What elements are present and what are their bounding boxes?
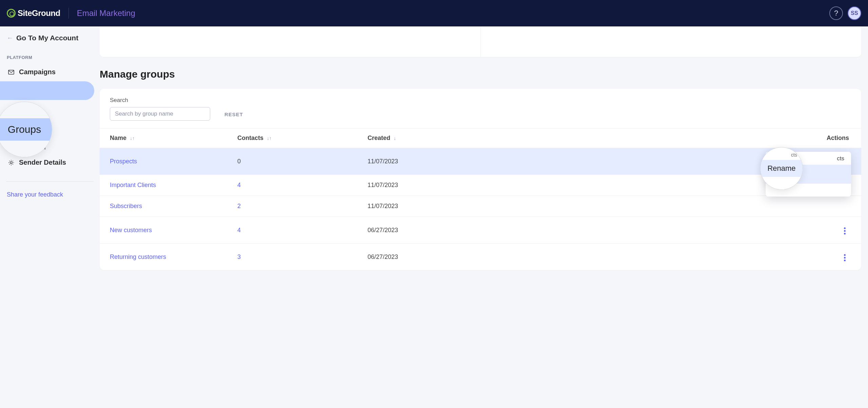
top-card-right <box>480 26 862 57</box>
product-name: Email Marketing <box>77 8 135 18</box>
group-name-link[interactable]: Returning customers <box>110 253 237 261</box>
created-date: 11/07/2023 <box>368 182 483 189</box>
column-header-contacts[interactable]: Contacts ↓↑ <box>237 135 368 142</box>
sidebar: ← Go To My Account PLATFORM Campaigns Gr… <box>0 26 100 408</box>
sidebar-item-sender-details[interactable]: Sender Details <box>0 153 94 172</box>
brand-logo[interactable]: SiteGround <box>7 8 60 18</box>
created-date: 06/27/2023 <box>368 227 483 234</box>
contacts-count[interactable]: 4 <box>237 227 368 234</box>
sidebar-item-analytics[interactable]: Analytics <box>0 117 94 135</box>
envelope-icon <box>8 69 14 75</box>
groups-panel: Search RESET Name ↓↑ Contacts ↓↑ <box>100 89 861 270</box>
table-row: Important Clients411/07/2023 <box>100 175 861 196</box>
main-content: Manage groups Search RESET Name ↓↑ Conta… <box>100 26 868 408</box>
avatar-initials: SS <box>851 10 858 16</box>
group-name-link[interactable]: New customers <box>110 227 237 234</box>
chart-icon <box>8 123 14 129</box>
top-header: SiteGround Email Marketing ? SS <box>0 0 868 26</box>
group-name-link[interactable]: Important Clients <box>110 182 237 189</box>
contacts-count: 0 <box>237 158 368 165</box>
section-label-platform: PLATFORM <box>0 52 100 63</box>
svg-rect-0 <box>8 70 14 74</box>
sidebar-item-label: Campaigns <box>19 68 56 76</box>
sort-icon: ↓↑ <box>130 136 135 141</box>
sidebar-item-label: Sender Details <box>19 159 66 166</box>
contacts-count[interactable]: 2 <box>237 203 368 210</box>
table-row: Subscribers211/07/2023 <box>100 196 861 217</box>
contacts-count[interactable]: 4 <box>237 182 368 189</box>
page-title: Manage groups <box>100 57 868 89</box>
table-row: New customers406/27/2023 <box>100 217 861 243</box>
header-left: SiteGround Email Marketing <box>7 8 135 19</box>
created-date: 11/07/2023 <box>368 203 483 210</box>
sidebar-divider <box>6 181 94 182</box>
row-context-menu: cts Rename <box>766 152 851 197</box>
row-actions-cell <box>483 224 851 237</box>
section-label-config: CONFIGURATION <box>0 143 100 153</box>
sidebar-item-groups[interactable]: Groups <box>0 81 94 100</box>
sidebar-item-label: Analytics <box>19 122 49 130</box>
menu-item-rename[interactable]: Rename <box>766 165 851 184</box>
search-label: Search <box>110 97 210 104</box>
menu-item-partial[interactable]: cts <box>766 152 851 165</box>
sidebar-item-label: P Site <box>20 105 36 111</box>
top-cards-strip <box>100 26 861 57</box>
created-date: 06/27/2023 <box>368 253 483 261</box>
sidebar-item-psite[interactable]: P Site <box>0 100 100 117</box>
search-input[interactable] <box>110 107 210 121</box>
avatar[interactable]: SS <box>848 6 861 20</box>
gear-icon <box>8 160 14 166</box>
logo-mark-icon <box>7 9 16 18</box>
kebab-icon[interactable] <box>841 252 849 263</box>
back-to-account-link[interactable]: ← Go To My Account <box>0 33 100 52</box>
top-card-left <box>100 26 480 57</box>
groups-table: Name ↓↑ Contacts ↓↑ Created ↓ Actions <box>100 128 861 270</box>
search-row: Search RESET <box>100 97 861 128</box>
group-name-link[interactable]: Subscribers <box>110 203 237 210</box>
contacts-count[interactable]: 3 <box>237 253 368 261</box>
svg-point-2 <box>10 162 12 164</box>
sort-icon: ↓ <box>394 136 396 141</box>
row-actions-cell <box>483 250 851 263</box>
help-button[interactable]: ? <box>829 6 843 20</box>
created-date: 11/07/2023 <box>368 158 483 165</box>
table-row: Prospects011/07/2023 <box>100 148 861 175</box>
back-label: Go To My Account <box>16 34 78 42</box>
column-header-name[interactable]: Name ↓↑ <box>110 135 237 142</box>
kebab-icon[interactable] <box>841 225 849 237</box>
feedback-link[interactable]: Share your feedback <box>0 191 100 198</box>
header-right: ? SS <box>829 6 861 20</box>
table-header-row: Name ↓↑ Contacts ↓↑ Created ↓ Actions <box>100 128 861 148</box>
menu-item-blank[interactable] <box>766 184 851 197</box>
table-row: Returning customers306/27/2023 <box>100 243 861 270</box>
column-header-created[interactable]: Created ↓ <box>368 135 483 142</box>
group-name-link[interactable]: Prospects <box>110 158 237 165</box>
sort-icon: ↓↑ <box>267 136 272 141</box>
brand-name: SiteGround <box>18 8 60 18</box>
reset-button[interactable]: RESET <box>224 111 243 121</box>
column-header-actions: Actions <box>483 135 851 142</box>
feedback-label: Share your feedback <box>7 191 63 198</box>
question-icon: ? <box>834 9 838 18</box>
sidebar-item-campaigns[interactable]: Campaigns <box>0 63 94 81</box>
arrow-left-icon: ← <box>7 35 13 42</box>
header-divider <box>68 8 69 19</box>
